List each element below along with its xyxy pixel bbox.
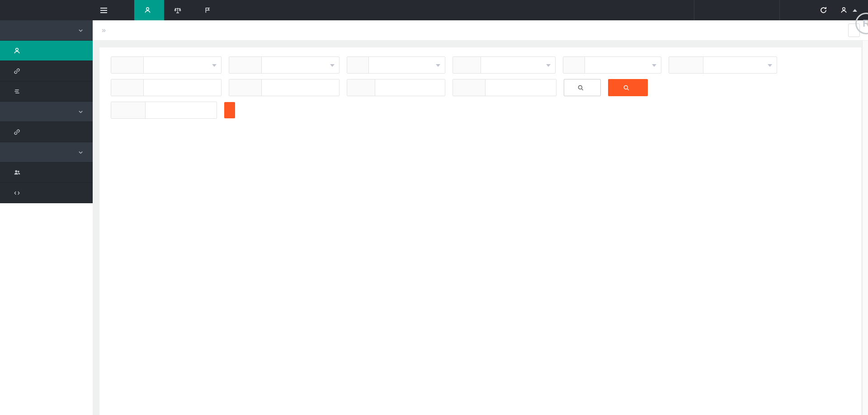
- user-icon: [840, 7, 847, 14]
- filter-label: [563, 57, 585, 73]
- filter-row-inject: [111, 102, 850, 119]
- nav-item-3[interactable]: [194, 0, 224, 20]
- filter-label: [347, 79, 375, 96]
- select-caret-icon: [768, 64, 772, 67]
- filter-input-2: [347, 79, 445, 96]
- filter-text-input[interactable]: [486, 79, 556, 96]
- select-caret-icon: [330, 64, 335, 67]
- filter-input-3: [453, 79, 557, 96]
- navbar-right: [694, 0, 868, 20]
- filter-select-3: [453, 56, 556, 74]
- chevron-down-icon: [78, 109, 84, 115]
- scales-icon: [174, 7, 181, 14]
- filter-label: [347, 57, 369, 73]
- sidebar-group-0[interactable]: [0, 20, 93, 41]
- filter-select-4: [563, 56, 661, 74]
- person-icon: [144, 7, 151, 14]
- link-icon: [14, 68, 20, 75]
- export-button[interactable]: [608, 79, 648, 96]
- recharge-button[interactable]: [780, 0, 796, 20]
- filter-select-value[interactable]: [144, 57, 221, 73]
- hamburger-icon: [100, 7, 108, 14]
- app-logo: [0, 0, 93, 20]
- select-caret-icon: [436, 64, 440, 67]
- inject-amplitude-field: [111, 102, 217, 119]
- sidebar-item-3[interactable]: [0, 81, 93, 102]
- batch-inject-button[interactable]: [224, 102, 235, 118]
- nav-item-0[interactable]: [114, 0, 134, 20]
- list-icon: [14, 88, 20, 95]
- code-icon: [14, 190, 20, 196]
- filter-text-input[interactable]: [375, 79, 445, 96]
- select-caret-icon: [546, 64, 551, 67]
- sidebar-item-1[interactable]: [0, 41, 93, 61]
- content-area: [93, 41, 868, 415]
- local-time: [694, 0, 780, 20]
- filter-label: [111, 57, 144, 73]
- filter-label: [111, 102, 146, 118]
- search-icon: [623, 84, 630, 91]
- filter-label: [229, 79, 262, 96]
- filter-select-value[interactable]: [369, 57, 445, 73]
- inject-amplitude-input[interactable]: [146, 102, 217, 118]
- chevron-down-icon: [78, 149, 84, 155]
- sidebar-item-8[interactable]: [0, 183, 93, 203]
- filter-label: [229, 57, 262, 73]
- filter-select-1: [229, 56, 340, 74]
- filter-input-0: [111, 79, 222, 96]
- sidebar-item-7[interactable]: [0, 163, 93, 183]
- filter-input-1: [229, 79, 340, 96]
- nav-item-4[interactable]: [224, 0, 244, 20]
- sidebar-item-2[interactable]: [0, 61, 93, 81]
- select-caret-icon: [652, 64, 656, 67]
- main-area: »: [93, 20, 868, 415]
- person-icon: [14, 47, 20, 54]
- breadcrumb: »: [93, 20, 868, 41]
- filter-label: [453, 79, 486, 96]
- filter-label: [669, 57, 703, 73]
- filter-label: [453, 57, 481, 73]
- member-list-card: [99, 47, 861, 415]
- refresh-button[interactable]: [812, 0, 834, 20]
- top-navbar: [0, 0, 868, 20]
- nav-item-2[interactable]: [164, 0, 194, 20]
- sidebar-item-5[interactable]: [0, 122, 93, 142]
- sidebar-toggle-button[interactable]: [93, 0, 114, 20]
- filter-text-input[interactable]: [262, 79, 339, 96]
- users-icon: [14, 169, 21, 176]
- sidebar-group-6[interactable]: [0, 142, 93, 163]
- filter-select-value[interactable]: [262, 57, 339, 73]
- filter-label: [111, 79, 144, 96]
- filter-select-value[interactable]: [703, 57, 777, 73]
- caret-up-icon: [853, 9, 857, 12]
- refresh-icon: [820, 6, 827, 14]
- link-icon: [14, 129, 20, 135]
- search-icon: [577, 84, 584, 91]
- sidebar: [0, 20, 93, 203]
- top-nav-menu: [114, 0, 264, 20]
- filter-select-value[interactable]: [481, 57, 555, 73]
- search-button[interactable]: [564, 79, 601, 96]
- sidebar-group-4[interactable]: [0, 102, 93, 122]
- filter-select-5: [669, 56, 777, 74]
- chevron-down-icon: [78, 28, 84, 33]
- withdraw-button[interactable]: [796, 0, 812, 20]
- filter-select-2: [347, 56, 445, 74]
- select-caret-icon: [212, 64, 217, 67]
- filter-text-input[interactable]: [144, 79, 221, 96]
- flag-icon: [204, 7, 211, 14]
- filter-select-value[interactable]: [585, 57, 661, 73]
- filter-row-inputs: [111, 79, 850, 96]
- filter-row-selects: [111, 56, 850, 74]
- nav-item-1[interactable]: [134, 0, 164, 20]
- nav-item-5[interactable]: [244, 0, 264, 20]
- page-scrollbar[interactable]: [862, 41, 868, 415]
- breadcrumb-arrows-icon: »: [102, 26, 106, 34]
- filter-select-0: [111, 56, 222, 74]
